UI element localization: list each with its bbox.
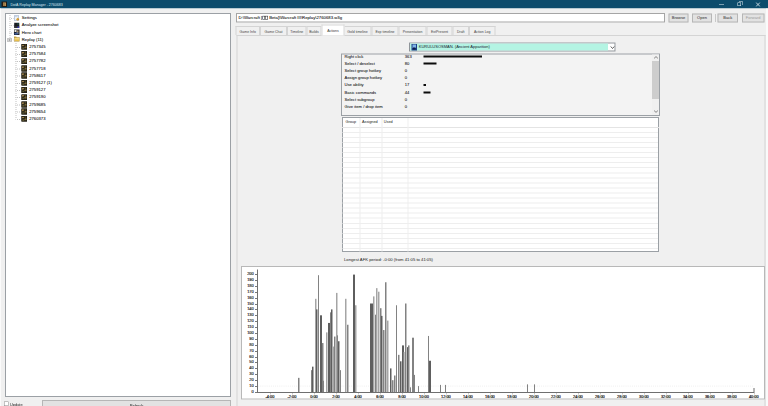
svg-text:20: 20 <box>249 378 253 382</box>
svg-text:26:00: 26:00 <box>595 394 606 399</box>
svg-text:190: 190 <box>247 278 253 282</box>
svg-text:-2:00: -2:00 <box>288 394 298 399</box>
svg-text:30:00: 30:00 <box>639 394 650 399</box>
svg-text:16:00: 16:00 <box>485 394 496 399</box>
svg-text:160: 160 <box>247 296 253 300</box>
svg-text:90: 90 <box>249 337 253 341</box>
svg-text:60: 60 <box>249 355 253 359</box>
svg-text:10: 10 <box>249 384 253 388</box>
svg-text:40:00: 40:00 <box>749 394 760 399</box>
svg-text:28:00: 28:00 <box>617 394 628 399</box>
svg-text:130: 130 <box>247 313 253 317</box>
svg-text:180: 180 <box>247 284 253 288</box>
svg-text:0:00: 0:00 <box>310 394 318 399</box>
svg-text:36:00: 36:00 <box>705 394 716 399</box>
svg-text:40: 40 <box>249 366 253 370</box>
svg-text:170: 170 <box>247 290 253 294</box>
svg-text:8:00: 8:00 <box>398 394 406 399</box>
svg-text:12:00: 12:00 <box>441 394 452 399</box>
svg-text:100: 100 <box>247 331 253 335</box>
svg-text:4:00: 4:00 <box>354 394 362 399</box>
svg-text:14:00: 14:00 <box>463 394 474 399</box>
svg-text:24:00: 24:00 <box>573 394 584 399</box>
svg-text:120: 120 <box>247 319 253 323</box>
svg-text:22:00: 22:00 <box>551 394 562 399</box>
svg-text:20:00: 20:00 <box>529 394 540 399</box>
svg-text:10:00: 10:00 <box>419 394 430 399</box>
svg-text:32:00: 32:00 <box>661 394 672 399</box>
svg-text:34:00: 34:00 <box>683 394 694 399</box>
svg-text:38:00: 38:00 <box>727 394 738 399</box>
svg-text:70: 70 <box>249 349 253 353</box>
svg-text:2:00: 2:00 <box>332 394 340 399</box>
svg-text:150: 150 <box>247 302 253 306</box>
svg-text:80: 80 <box>249 343 253 347</box>
svg-text:200: 200 <box>247 272 253 276</box>
svg-text:0: 0 <box>251 390 253 394</box>
svg-text:18:00: 18:00 <box>507 394 518 399</box>
svg-text:110: 110 <box>247 325 253 329</box>
svg-text:-4:00: -4:00 <box>266 394 276 399</box>
svg-text:140: 140 <box>247 307 253 311</box>
svg-text:50: 50 <box>249 360 253 364</box>
svg-text:30: 30 <box>249 372 253 376</box>
svg-text:6:00: 6:00 <box>376 394 384 399</box>
